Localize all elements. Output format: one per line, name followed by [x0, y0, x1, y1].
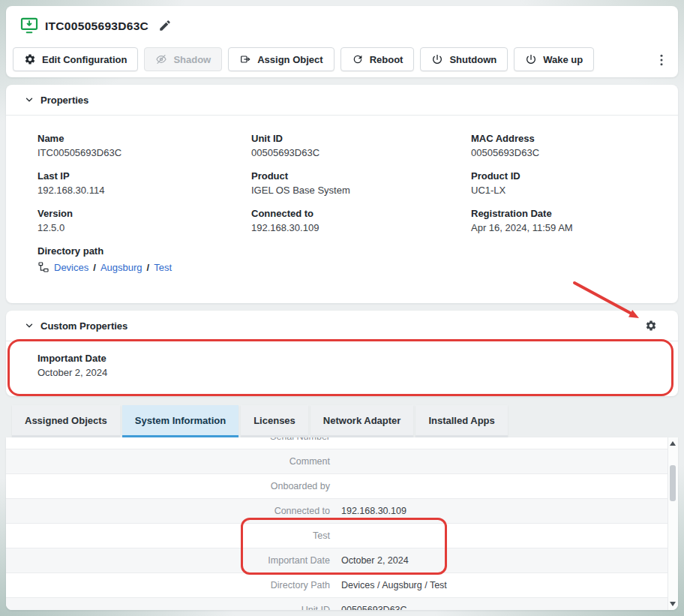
row-value: 192.168.30.109	[341, 506, 406, 516]
property-value: UC1-LX	[471, 185, 656, 196]
chevron-down-icon[interactable]	[24, 95, 34, 105]
power-icon	[525, 53, 537, 65]
wake-up-label: Wake up	[543, 54, 583, 65]
property-label: Last IP	[38, 170, 251, 182]
row-label: Directory Path	[6, 580, 330, 590]
tab-licenses[interactable]: Licenses	[241, 405, 308, 437]
directory-path-field: Directory path Devices / Augsburg / Test	[38, 245, 656, 273]
path-link-devices[interactable]: Devices	[54, 262, 88, 273]
header-card: ITC00505693D63C Edit Configuration Shado…	[6, 6, 678, 77]
property-field-product-id: Product ID UC1-LX	[471, 170, 656, 196]
page-title: ITC00505693D63C	[45, 17, 148, 36]
row-label: Comment	[6, 456, 330, 467]
property-field-product: Product IGEL OS Base System	[251, 170, 471, 196]
path-separator: /	[93, 262, 96, 273]
breadcrumb: Devices / Augsburg / Test	[38, 261, 656, 273]
property-field-registration-date: Registration Date Apr 16, 2024, 11:59 AM	[471, 208, 656, 233]
shutdown-label: Shutdown	[449, 54, 496, 65]
scrollbar-up-arrow-icon[interactable]	[670, 441, 676, 446]
directory-tree-icon	[38, 261, 50, 273]
edit-configuration-label: Edit Configuration	[42, 54, 127, 65]
gear-icon	[24, 53, 36, 65]
custom-property-value: October 2, 2024	[38, 367, 107, 378]
directory-path-label: Directory path	[38, 245, 656, 257]
kebab-menu-icon[interactable]	[654, 53, 669, 68]
property-field-last-ip: Last IP 192.168.30.114	[38, 170, 251, 196]
device-detail-page: ITC00505693D63C Edit Configuration Shado…	[0, 0, 684, 616]
shadow-label: Shadow	[173, 54, 211, 65]
table-row-comment: Comment	[6, 449, 668, 474]
device-monitor-icon	[20, 16, 39, 35]
rename-pencil-icon[interactable]	[158, 19, 172, 32]
property-value: 192.168.30.114	[38, 185, 251, 196]
property-label: Registration Date	[471, 208, 656, 219]
row-label: Connected to	[6, 506, 330, 516]
properties-section-title: Properties	[40, 95, 88, 106]
table-row-onboarded-by: Onboarded by	[6, 474, 668, 499]
reboot-button[interactable]: Reboot	[340, 47, 415, 71]
eye-off-icon	[155, 53, 167, 65]
property-value: Apr 16, 2024, 11:59 AM	[471, 222, 656, 233]
custom-properties-settings-gear-icon[interactable]	[645, 320, 657, 332]
reboot-label: Reboot	[370, 54, 404, 65]
row-value: October 2, 2024	[341, 555, 409, 566]
table-row-unit-id: Unit ID 00505693D63C	[6, 598, 668, 610]
property-label: Version	[38, 208, 251, 219]
properties-card: Properties Name ITC00505693D63C Unit ID …	[6, 85, 678, 303]
property-label: Connected to	[251, 208, 471, 219]
property-label: Unit ID	[251, 133, 471, 144]
tab-system-information[interactable]: System Information	[122, 405, 238, 437]
property-value: 00505693D63C	[471, 147, 656, 158]
property-value: 00505693D63C	[251, 147, 471, 158]
property-label: Product	[251, 170, 471, 182]
custom-property-label: Important Date	[38, 353, 107, 364]
detail-tabs: Assigned Objects System Information Lice…	[12, 405, 508, 437]
system-information-rows: Serial Number Comment Onboarded by Conne…	[6, 437, 668, 610]
path-separator: /	[147, 262, 150, 273]
shadow-button: Shadow	[144, 47, 222, 71]
row-label: Unit ID	[6, 605, 330, 610]
wake-up-button[interactable]: Wake up	[514, 47, 594, 71]
path-link-test[interactable]: Test	[154, 262, 172, 273]
property-label: Product ID	[471, 170, 656, 182]
custom-property-field: Important Date October 2, 2024	[38, 353, 107, 378]
custom-properties-section-header[interactable]: Custom Properties	[6, 311, 678, 341]
property-field-unit-id: Unit ID 00505693D63C	[251, 133, 471, 158]
properties-grid: Name ITC00505693D63C Unit ID 00505693D63…	[38, 133, 656, 273]
reboot-icon	[352, 53, 364, 65]
property-field-name: Name ITC00505693D63C	[38, 133, 251, 158]
path-link-augsburg[interactable]: Augsburg	[100, 262, 142, 273]
row-label: Serial Number	[6, 437, 330, 442]
scrollbar-down-arrow-icon[interactable]	[670, 602, 676, 606]
table-row-directory-path: Directory Path Devices / Augsburg / Test	[6, 573, 668, 598]
table-row-important-date: Important Date October 2, 2024	[6, 548, 668, 573]
row-label: Onboarded by	[6, 481, 330, 491]
row-label: Test	[6, 530, 330, 541]
property-label: Name	[38, 133, 251, 144]
custom-properties-section-title: Custom Properties	[40, 320, 128, 332]
row-value: Devices / Augsburg / Test	[341, 580, 447, 590]
property-value: IGEL OS Base System	[251, 185, 471, 196]
property-label: MAC Address	[471, 133, 656, 144]
properties-section-header[interactable]: Properties	[6, 85, 678, 116]
tab-installed-apps[interactable]: Installed Apps	[416, 405, 507, 437]
tab-network-adapter[interactable]: Network Adapter	[310, 405, 414, 437]
toolbar: Edit Configuration Shadow Assign Object …	[13, 47, 594, 71]
power-icon	[431, 53, 443, 65]
row-value: 00505693D63C	[341, 605, 407, 610]
assign-object-button[interactable]: Assign Object	[228, 47, 334, 71]
tab-assigned-objects[interactable]: Assigned Objects	[12, 405, 120, 437]
vertical-scrollbar[interactable]	[668, 437, 678, 610]
property-field-mac-address: MAC Address 00505693D63C	[471, 133, 656, 158]
assign-object-icon	[239, 53, 251, 65]
row-label: Important Date	[6, 555, 330, 566]
property-value: 192.168.30.109	[251, 222, 471, 233]
assign-object-label: Assign Object	[257, 54, 322, 65]
edit-configuration-button[interactable]: Edit Configuration	[13, 47, 138, 71]
system-information-table: Serial Number Comment Onboarded by Conne…	[6, 437, 678, 610]
scrollbar-thumb[interactable]	[670, 465, 676, 501]
chevron-down-icon[interactable]	[24, 320, 34, 331]
shutdown-button[interactable]: Shutdown	[420, 47, 508, 71]
property-field-connected-to: Connected to 192.168.30.109	[251, 208, 471, 233]
table-row-connected-to: Connected to 192.168.30.109	[6, 499, 668, 524]
